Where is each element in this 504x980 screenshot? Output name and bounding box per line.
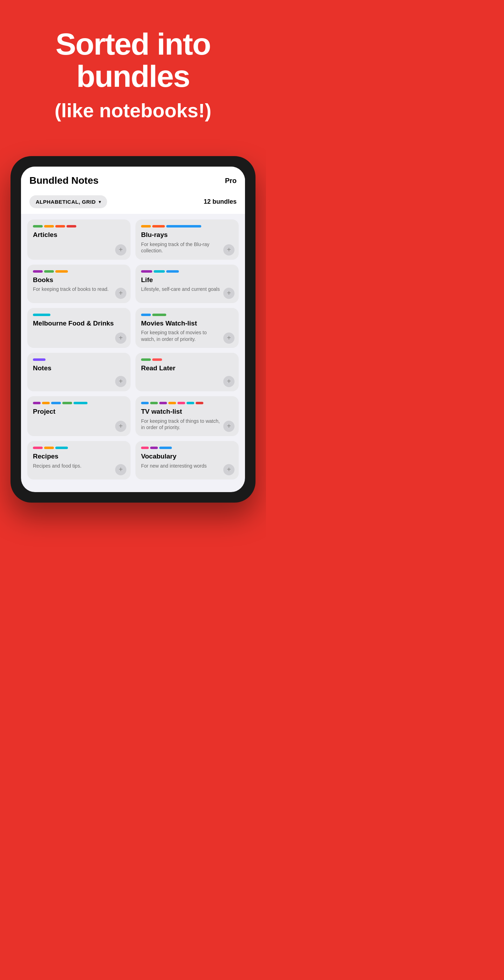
- bundle-card-recipes: Recipes Recipes and food tips. +: [27, 441, 130, 479]
- bundle-desc-blurays: For keeping track of the Blu-ray collect…: [141, 241, 233, 254]
- app-title: Bundled Notes: [29, 175, 99, 186]
- color-bars-books: [33, 270, 125, 273]
- bundle-name-life: Life: [141, 276, 233, 284]
- hero-title: Sorted into bundles: [14, 28, 252, 93]
- color-bar: [55, 447, 68, 449]
- bundle-name-melbourne: Melbourne Food & Drinks: [33, 320, 125, 328]
- bundle-name-vocabulary: Vocabulary: [141, 453, 233, 461]
- color-bar: [141, 447, 149, 449]
- color-bars-recipes: [33, 447, 125, 449]
- color-bar: [159, 402, 167, 404]
- sort-label: ALPHABETICAL, GRID: [36, 199, 96, 205]
- add-button-melbourne[interactable]: +: [115, 332, 126, 344]
- color-bar: [150, 447, 158, 449]
- color-bar: [141, 270, 152, 273]
- color-bar: [150, 402, 158, 404]
- color-bar: [33, 447, 43, 449]
- color-bar: [33, 358, 46, 361]
- add-button-books[interactable]: +: [115, 288, 126, 299]
- bundle-card-movies: Movies Watch-list For keeping track of m…: [135, 308, 239, 348]
- bundle-card-blurays: Blu-rays For keeping track of the Blu-ra…: [135, 220, 239, 259]
- color-bar: [55, 270, 68, 273]
- bundle-card-tvwatchlist: TV watch-list For keeping track of thing…: [135, 396, 239, 436]
- bundle-name-movies: Movies Watch-list: [141, 320, 233, 328]
- phone-wrapper: Bundled Notes Pro ALPHABETICAL, GRID ▾ 1…: [11, 156, 256, 503]
- color-bar: [44, 447, 54, 449]
- bundle-desc-vocabulary: For new and interesting words: [141, 463, 233, 469]
- chevron-down-icon: ▾: [99, 199, 101, 204]
- color-bar: [33, 225, 43, 228]
- bundle-card-articles: Articles +: [27, 220, 130, 259]
- phone-screen: Bundled Notes Pro ALPHABETICAL, GRID ▾ 1…: [21, 167, 245, 492]
- bundle-card-readlater: Read Later +: [135, 353, 239, 391]
- color-bar: [166, 270, 179, 273]
- add-button-vocabulary[interactable]: +: [223, 464, 234, 475]
- color-bar: [62, 402, 72, 404]
- add-button-notes[interactable]: +: [115, 376, 126, 387]
- bundle-card-vocabulary: Vocabulary For new and interesting words…: [135, 441, 239, 479]
- bundle-name-notes: Notes: [33, 364, 125, 372]
- color-bar: [42, 402, 50, 404]
- bundle-desc-life: Lifestyle, self-care and current goals: [141, 286, 233, 292]
- add-button-blurays[interactable]: +: [223, 244, 234, 256]
- bundle-name-tvwatchlist: TV watch-list: [141, 408, 233, 416]
- color-bars-melbourne: [33, 313, 125, 316]
- app-header: Bundled Notes Pro: [21, 167, 245, 192]
- color-bar: [55, 225, 65, 228]
- color-bar: [141, 358, 151, 361]
- color-bars-vocabulary: [141, 447, 233, 449]
- color-bars-articles: [33, 225, 125, 228]
- bundle-name-blurays: Blu-rays: [141, 231, 233, 239]
- bundles-grid: Articles + Blu-rays For keeping track of…: [21, 214, 245, 485]
- bundle-name-books: Books: [33, 276, 125, 284]
- color-bar: [169, 402, 176, 404]
- color-bars-tvwatchlist: [141, 402, 233, 404]
- color-bar: [159, 447, 172, 449]
- color-bar: [154, 270, 165, 273]
- bundle-card-books: Books For keeping track of books to read…: [27, 265, 130, 303]
- color-bar: [178, 402, 185, 404]
- hero-section: Sorted into bundles (like notebooks!): [0, 0, 266, 142]
- color-bar: [51, 402, 61, 404]
- color-bar: [152, 225, 165, 228]
- bundle-card-life: Life Lifestyle, self-care and current go…: [135, 265, 239, 303]
- sort-button[interactable]: ALPHABETICAL, GRID ▾: [29, 195, 107, 208]
- color-bar: [152, 313, 166, 316]
- bundle-name-articles: Articles: [33, 231, 125, 239]
- filter-bar: ALPHABETICAL, GRID ▾ 12 bundles: [21, 192, 245, 214]
- bundle-name-project: Project: [33, 408, 125, 416]
- bundle-desc-movies: For keeping track of movies to watch, in…: [141, 329, 233, 342]
- color-bar: [44, 225, 54, 228]
- color-bar: [33, 313, 50, 316]
- bundle-desc-recipes: Recipes and food tips.: [33, 463, 125, 469]
- bundle-desc-books: For keeping track of books to read.: [33, 286, 125, 292]
- color-bar: [141, 402, 149, 404]
- bundle-card-melbourne: Melbourne Food & Drinks +: [27, 308, 130, 348]
- bundle-name-readlater: Read Later: [141, 364, 233, 372]
- color-bars-life: [141, 270, 233, 273]
- color-bar: [196, 402, 204, 404]
- color-bar: [141, 225, 151, 228]
- color-bar: [73, 402, 87, 404]
- add-button-recipes[interactable]: +: [115, 464, 126, 475]
- pro-badge: Pro: [225, 177, 237, 185]
- color-bar: [186, 402, 194, 404]
- color-bar: [166, 225, 201, 228]
- bundle-card-project: Project +: [27, 396, 130, 436]
- bundle-name-recipes: Recipes: [33, 453, 125, 461]
- color-bars-readlater: [141, 358, 233, 361]
- color-bars-movies: [141, 313, 233, 316]
- bundle-card-notes: Notes +: [27, 353, 130, 391]
- bundles-count: 12 bundles: [204, 198, 237, 205]
- add-button-tvwatchlist[interactable]: +: [223, 421, 234, 432]
- color-bars-project: [33, 402, 125, 404]
- add-button-project[interactable]: +: [115, 421, 126, 432]
- add-button-articles[interactable]: +: [115, 244, 126, 256]
- add-button-movies[interactable]: +: [223, 332, 234, 344]
- color-bar: [67, 225, 76, 228]
- color-bar: [33, 402, 41, 404]
- add-button-life[interactable]: +: [223, 288, 234, 299]
- color-bar: [141, 313, 151, 316]
- color-bar: [33, 270, 43, 273]
- add-button-readlater[interactable]: +: [223, 376, 234, 387]
